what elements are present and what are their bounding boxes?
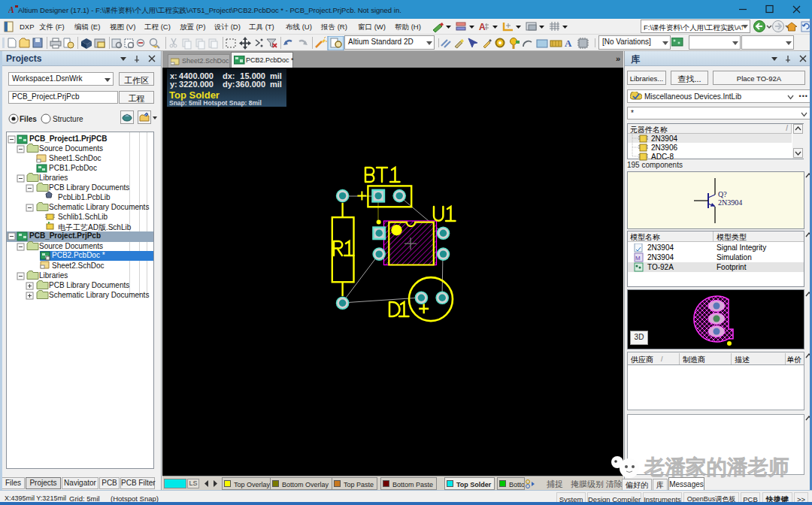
- svg-text:3220.000: 3220.000: [179, 80, 214, 89]
- svg-text:A: A: [479, 22, 486, 32]
- svg-text:老潘家的潘老师: 老潘家的潘老师: [644, 455, 789, 479]
- svg-text:mil: mil: [270, 80, 282, 89]
- svg-text:A: A: [8, 5, 14, 14]
- svg-text:y:: y:: [170, 80, 177, 89]
- svg-text:360.000: 360.000: [235, 80, 265, 89]
- svg-text:A: A: [565, 38, 572, 49]
- svg-text:Snap: 5mil Hotspot Snap: 8mil: Snap: 5mil Hotspot Snap: 8mil: [169, 99, 262, 107]
- svg-text:dy:: dy:: [223, 80, 235, 89]
- svg-text:M: M: [635, 255, 641, 262]
